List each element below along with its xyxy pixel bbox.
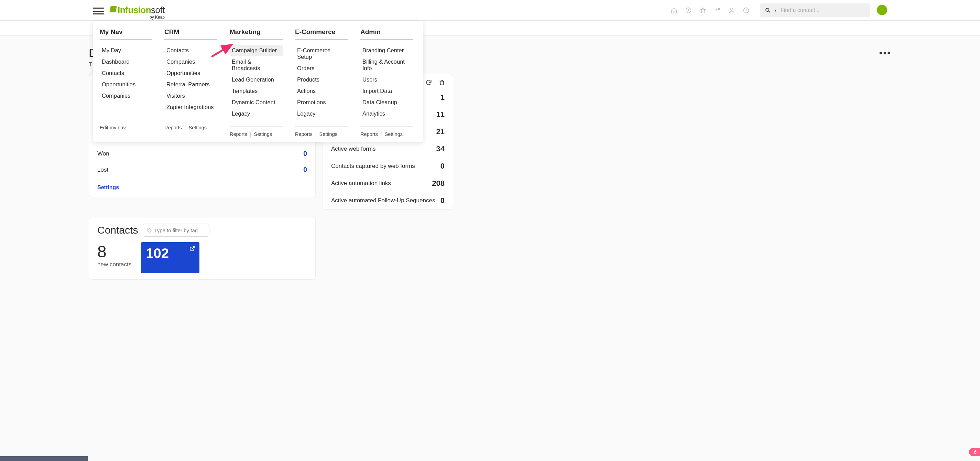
brand-name: Infusionsoft bbox=[118, 5, 165, 16]
clock-icon[interactable] bbox=[685, 7, 692, 14]
delete-icon[interactable] bbox=[438, 79, 445, 86]
menu-item-dynamic-content[interactable]: Dynamic Content bbox=[230, 97, 283, 108]
crm-reports-link[interactable]: Reports bbox=[164, 125, 182, 131]
menu-item-data-cleanup[interactable]: Data Cleanup bbox=[360, 97, 413, 108]
menu-item-ecommerce-setup[interactable]: E-Commerce Setup bbox=[295, 45, 348, 62]
menu-item-companies[interactable]: Companies bbox=[164, 56, 217, 67]
svg-point-5 bbox=[148, 229, 148, 230]
search-icon bbox=[764, 6, 772, 14]
activity-row: Active automated Follow-Up Sequences0 bbox=[323, 192, 453, 209]
main-menu-toggle[interactable] bbox=[93, 6, 104, 16]
menu-col-title: E-Commerce bbox=[295, 28, 348, 40]
global-search[interactable]: ▼ bbox=[760, 3, 870, 17]
brand-byline: by Keap bbox=[118, 15, 165, 20]
menu-col-title: Marketing bbox=[230, 28, 283, 40]
tag-filter[interactable] bbox=[143, 223, 209, 237]
contacts-card: Contacts 8 new contacts 102 bbox=[89, 217, 316, 280]
user-icon[interactable] bbox=[728, 7, 735, 14]
menu-col-marketing: Marketing Campaign Builder Email & Broad… bbox=[224, 28, 289, 137]
svg-point-3 bbox=[746, 12, 746, 12]
opps-row-won[interactable]: Won0 bbox=[89, 145, 315, 162]
menu-item-actions[interactable]: Actions bbox=[295, 85, 348, 97]
menu-item-opportunities[interactable]: Opportunities bbox=[164, 67, 217, 79]
menu-item-promotions[interactable]: Promotions bbox=[295, 97, 348, 108]
marketing-reports-link[interactable]: Reports bbox=[230, 131, 247, 137]
opps-settings-link[interactable]: Settings bbox=[89, 178, 315, 197]
brand-logo[interactable]: Infusionsoft by Keap bbox=[110, 5, 165, 20]
menu-item-legacy[interactable]: Legacy bbox=[295, 108, 348, 120]
refresh-icon[interactable] bbox=[425, 79, 432, 86]
brand-glyph-icon bbox=[109, 6, 116, 13]
menu-item-referral-partners[interactable]: Referral Partners bbox=[164, 79, 217, 90]
external-link-icon bbox=[189, 246, 195, 252]
new-contacts-label: new contacts bbox=[97, 261, 131, 268]
menu-col-mynav: My Nav My Day Dashboard Contacts Opportu… bbox=[93, 28, 158, 137]
menu-item-orders[interactable]: Orders bbox=[295, 62, 348, 74]
search-input[interactable] bbox=[781, 7, 866, 13]
ecommerce-reports-link[interactable]: Reports bbox=[295, 131, 313, 137]
svg-point-4 bbox=[766, 8, 769, 11]
menu-item-email-broadcasts[interactable]: Email & Broadcasts bbox=[230, 56, 283, 74]
activity-row: Active automation links208 bbox=[323, 175, 453, 192]
notification-badge[interactable]: 6 bbox=[969, 448, 980, 456]
menu-item-campaign-builder[interactable]: Campaign Builder bbox=[230, 45, 283, 56]
opps-row-lost[interactable]: Lost0 bbox=[89, 162, 315, 178]
mega-menu: My Nav My Day Dashboard Contacts Opportu… bbox=[93, 21, 423, 142]
add-button[interactable] bbox=[877, 5, 887, 15]
menu-col-title: CRM bbox=[164, 28, 217, 40]
menu-item-import-data[interactable]: Import Data bbox=[360, 85, 413, 97]
menu-item-myday[interactable]: My Day bbox=[100, 45, 152, 56]
menu-item-opportunities[interactable]: Opportunities bbox=[100, 79, 152, 90]
svg-point-1 bbox=[731, 8, 733, 10]
menu-item-branding-center[interactable]: Branding Center bbox=[360, 45, 413, 56]
menu-item-contacts[interactable]: Contacts bbox=[100, 67, 152, 79]
star-icon[interactable] bbox=[699, 7, 706, 14]
bottom-strip bbox=[0, 456, 88, 461]
menu-col-crm: CRM Contacts Companies Opportunities Ref… bbox=[158, 28, 224, 137]
menu-item-analytics[interactable]: Analytics bbox=[360, 108, 413, 120]
topbar: Infusionsoft by Keap ▼ bbox=[0, 0, 980, 21]
menu-col-admin: Admin Branding Center Billing & Account … bbox=[354, 28, 420, 137]
menu-item-legacy[interactable]: Legacy bbox=[230, 108, 283, 120]
tag-filter-input[interactable] bbox=[154, 227, 206, 233]
new-contacts-count: 8 bbox=[97, 242, 131, 261]
total-contacts-tile[interactable]: 102 bbox=[141, 242, 199, 273]
help-icon[interactable] bbox=[743, 7, 749, 14]
menu-item-zapier[interactable]: Zapier Integrations bbox=[164, 102, 217, 113]
menu-col-title: Admin bbox=[360, 28, 413, 40]
menu-item-products[interactable]: Products bbox=[295, 74, 348, 85]
page-actions-menu[interactable]: ••• bbox=[879, 48, 891, 59]
top-icon-row bbox=[671, 0, 749, 21]
admin-reports-link[interactable]: Reports bbox=[360, 131, 378, 137]
apps-icon[interactable] bbox=[714, 7, 721, 14]
contacts-card-title: Contacts bbox=[97, 224, 138, 236]
menu-col-ecommerce: E-Commerce E-Commerce Setup Orders Produ… bbox=[289, 28, 354, 137]
menu-item-visitors[interactable]: Visitors bbox=[164, 90, 217, 102]
search-scope-caret[interactable]: ▼ bbox=[774, 9, 777, 13]
menu-item-companies[interactable]: Companies bbox=[100, 90, 152, 102]
activity-row: Active web forms34 bbox=[323, 140, 453, 158]
home-icon[interactable] bbox=[671, 7, 678, 14]
menu-item-billing[interactable]: Billing & Account Info bbox=[360, 56, 413, 74]
admin-settings-link[interactable]: Settings bbox=[385, 131, 402, 137]
menu-item-dashboard[interactable]: Dashboard bbox=[100, 56, 152, 67]
tag-icon bbox=[146, 227, 152, 233]
menu-item-templates[interactable]: Templates bbox=[230, 85, 283, 97]
ecommerce-settings-link[interactable]: Settings bbox=[320, 131, 337, 137]
menu-item-users[interactable]: Users bbox=[360, 74, 413, 85]
crm-settings-link[interactable]: Settings bbox=[189, 125, 207, 131]
activity-row: Contacts captured by web forms0 bbox=[323, 158, 453, 175]
menu-item-contacts[interactable]: Contacts bbox=[164, 45, 217, 56]
marketing-settings-link[interactable]: Settings bbox=[254, 131, 272, 137]
menu-col-title: My Nav bbox=[100, 28, 152, 40]
edit-my-nav-link[interactable]: Edit my nav bbox=[100, 125, 126, 131]
menu-item-lead-generation[interactable]: Lead Generation bbox=[230, 74, 283, 85]
